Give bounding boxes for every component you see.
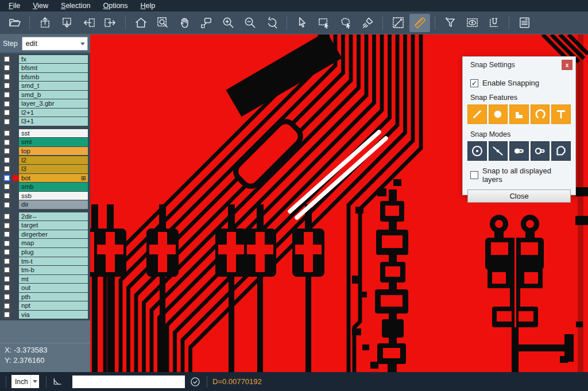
snap-feature-line-button[interactable] bbox=[467, 104, 487, 124]
layer-name-cell[interactable]: mt bbox=[19, 275, 88, 284]
snap-feature-surface-button[interactable] bbox=[509, 104, 529, 124]
layer-name-cell[interactable]: tm-t bbox=[19, 257, 88, 266]
layer-checkbox-pth[interactable] bbox=[3, 293, 10, 300]
snap-mode-pad-entirety-button[interactable] bbox=[509, 141, 529, 161]
layer-checkbox-l2[interactable] bbox=[3, 157, 10, 164]
layer-checkbox-via[interactable] bbox=[3, 311, 10, 318]
layer-checkbox-tm-t[interactable] bbox=[3, 258, 10, 265]
zoom-in-button[interactable] bbox=[218, 14, 238, 32]
layer-row-target[interactable]: target bbox=[0, 221, 88, 230]
layer-row-l3+1[interactable]: l3+1 bbox=[0, 117, 88, 126]
select-rectangle-button[interactable] bbox=[314, 14, 334, 32]
dialog-close-button[interactable]: Close bbox=[467, 189, 571, 203]
layer-name-cell[interactable]: pth bbox=[19, 293, 88, 301]
layer-checkbox-sst[interactable] bbox=[3, 130, 10, 137]
layer-name-cell[interactable]: plug bbox=[19, 248, 88, 257]
open-file-button[interactable] bbox=[4, 14, 25, 32]
zoom-window-button[interactable] bbox=[152, 14, 173, 32]
layer-checkbox-out[interactable] bbox=[3, 284, 10, 291]
layer-row-bfsmt[interactable]: bfsmt bbox=[0, 64, 88, 73]
layer-row-mt[interactable]: mt bbox=[0, 274, 88, 284]
menu-item-help[interactable]: Help bbox=[134, 0, 162, 11]
layer-checkbox-map[interactable] bbox=[3, 240, 10, 247]
layer-row-ssb[interactable]: ssb bbox=[0, 191, 88, 200]
zoom-out-button[interactable] bbox=[239, 14, 260, 32]
layer-checkbox-layer_3.gbr[interactable] bbox=[3, 100, 10, 107]
zoom-previous-button[interactable] bbox=[261, 14, 282, 32]
layer-checkbox-top[interactable] bbox=[3, 148, 10, 154]
layer-name-cell[interactable]: l2 bbox=[19, 156, 88, 165]
layer-row-2dir--[interactable]: 2dir-- bbox=[0, 212, 88, 221]
layer-name-cell[interactable]: npt bbox=[19, 301, 88, 310]
layer-checkbox-bot[interactable] bbox=[3, 175, 10, 181]
snap-mode-center-button[interactable] bbox=[467, 141, 487, 161]
layer-row-dirgerber[interactable]: dirgerber bbox=[0, 230, 88, 239]
layer-row-top[interactable]: top bbox=[0, 146, 88, 156]
pan-hand-button[interactable] bbox=[174, 14, 195, 32]
pan-up-button[interactable] bbox=[34, 14, 55, 32]
move-object-button[interactable] bbox=[196, 14, 216, 32]
home-view-button[interactable] bbox=[130, 14, 151, 32]
layer-row-smb[interactable]: smb bbox=[0, 183, 88, 192]
check-circle-icon[interactable] bbox=[189, 376, 201, 388]
layer-row-l2[interactable]: l2 bbox=[0, 156, 88, 165]
layer-checkbox-smd_b[interactable] bbox=[3, 91, 10, 98]
layer-name-cell[interactable]: fx bbox=[19, 55, 88, 64]
pan-down-button[interactable] bbox=[56, 14, 77, 32]
report-button[interactable] bbox=[514, 14, 535, 32]
view-visibility-button[interactable] bbox=[462, 14, 482, 32]
menu-item-options[interactable]: Options bbox=[96, 0, 134, 11]
layer-checkbox-smt[interactable] bbox=[3, 139, 10, 146]
layer-name-cell[interactable]: l2+1 bbox=[19, 109, 88, 117]
dialog-close-icon[interactable]: x bbox=[562, 60, 572, 70]
snap-mode-pad-outline-button[interactable] bbox=[531, 141, 550, 161]
layer-row-dir[interactable]: dir bbox=[0, 200, 88, 210]
layer-name-cell[interactable]: ssb bbox=[19, 192, 88, 200]
unit-dropdown[interactable]: Inch bbox=[11, 375, 39, 388]
layer-row-plug[interactable]: plug bbox=[0, 247, 88, 257]
snap-mode-point-on-line-button[interactable] bbox=[489, 141, 508, 161]
layer-checkbox-fx[interactable] bbox=[3, 56, 10, 63]
layer-row-bot[interactable]: bot⊞ bbox=[0, 173, 88, 183]
layer-name-cell[interactable]: target bbox=[19, 221, 88, 230]
layer-row-bfsmb[interactable]: bfsmb bbox=[0, 72, 88, 82]
layer-row-smd_t[interactable]: smd_t bbox=[0, 82, 88, 91]
layer-name-cell[interactable]: 2dir-- bbox=[19, 212, 88, 221]
layer-checkbox-bfsmt[interactable] bbox=[3, 64, 10, 71]
layer-name-cell[interactable]: map bbox=[19, 239, 88, 247]
highlight-brush-button[interactable] bbox=[357, 14, 378, 32]
snap-all-layers-checkbox[interactable] bbox=[470, 171, 478, 179]
layer-checkbox-smd_t[interactable] bbox=[3, 82, 10, 89]
ruler-measure-button[interactable] bbox=[409, 14, 430, 32]
measure-input[interactable] bbox=[72, 375, 185, 388]
layer-row-tm-t[interactable]: tm-t bbox=[0, 257, 88, 266]
select-arrow-button[interactable] bbox=[292, 14, 312, 32]
layer-row-smd_b[interactable]: smd_b bbox=[0, 90, 88, 99]
layer-row-map[interactable]: map bbox=[0, 239, 88, 248]
layer-row-pth[interactable]: pth bbox=[0, 292, 88, 301]
layer-name-cell[interactable]: bfsmt bbox=[19, 64, 88, 72]
layer-checkbox-l3+1[interactable] bbox=[3, 118, 10, 125]
active-layer-color-dot[interactable] bbox=[12, 175, 19, 181]
menu-item-selection[interactable]: Selection bbox=[55, 0, 96, 11]
layer-name-cell[interactable]: out bbox=[19, 284, 88, 292]
layer-checkbox-mt[interactable] bbox=[3, 276, 10, 282]
select-polygon-button[interactable] bbox=[335, 14, 356, 32]
filter-button[interactable] bbox=[440, 14, 461, 32]
enable-snapping-checkbox[interactable]: ✓ bbox=[470, 79, 478, 87]
layer-checkbox-ssb[interactable] bbox=[3, 192, 10, 199]
snap-feature-text-button[interactable] bbox=[551, 104, 571, 124]
layer-checkbox-target[interactable] bbox=[3, 222, 10, 229]
layer-row-l2+1[interactable]: l2+1 bbox=[0, 108, 88, 117]
layer-name-cell[interactable]: smt bbox=[19, 138, 88, 146]
layer-name-cell[interactable]: via bbox=[19, 311, 88, 319]
layer-row-sst[interactable]: sst bbox=[0, 129, 88, 138]
layer-row-via[interactable]: via bbox=[0, 310, 88, 319]
layer-name-cell[interactable]: smb bbox=[19, 183, 88, 191]
snap-feature-arc-button[interactable] bbox=[531, 104, 550, 124]
layer-checkbox-smb[interactable] bbox=[3, 183, 10, 190]
layer-checkbox-l3[interactable] bbox=[3, 165, 10, 172]
layer-checkbox-dirgerber[interactable] bbox=[3, 231, 10, 238]
layer-name-cell[interactable]: sst bbox=[19, 129, 88, 138]
layer-checkbox-tm-b[interactable] bbox=[3, 266, 10, 273]
